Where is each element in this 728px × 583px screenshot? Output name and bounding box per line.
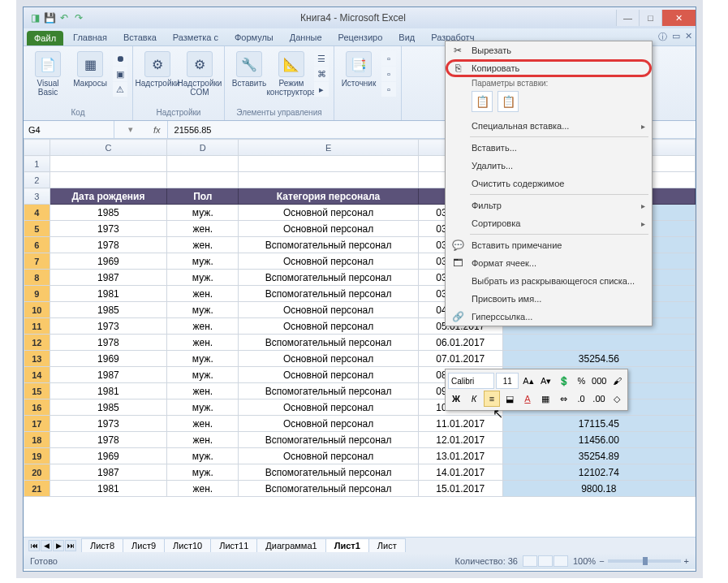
row-header[interactable]: 9: [24, 286, 50, 302]
cell[interactable]: 07.01.2017: [418, 351, 502, 367]
cell-selected[interactable]: 35254.89: [502, 448, 695, 464]
cm-cut[interactable]: ✂Вырезать: [446, 41, 652, 59]
cell[interactable]: 13.01.2017: [418, 448, 502, 464]
cm-paste-special[interactable]: Специальная вставка...: [446, 117, 652, 135]
prev-sheet-icon[interactable]: ◀: [41, 540, 52, 551]
row-header[interactable]: 19: [24, 448, 50, 464]
cell[interactable]: 1978: [50, 237, 167, 253]
center-align-icon[interactable]: ≡: [484, 391, 500, 407]
cell[interactable]: Вспомогательный персонал: [239, 464, 418, 481]
cell[interactable]: муж.: [167, 399, 239, 416]
clear-format-icon[interactable]: ◇: [609, 391, 625, 407]
close-button[interactable]: ✕: [661, 10, 696, 26]
font-color-icon[interactable]: A: [519, 391, 536, 407]
properties-icon[interactable]: ☰: [314, 51, 329, 66]
cell[interactable]: муж.: [167, 464, 239, 481]
row-header[interactable]: 8: [24, 270, 50, 286]
cm-dropdown-pick[interactable]: Выбрать из раскрывающегося списка...: [446, 272, 652, 290]
row-header[interactable]: 12: [24, 335, 50, 351]
zoom-slider[interactable]: [608, 559, 681, 563]
cell[interactable]: жен.: [167, 383, 239, 399]
cell-selected[interactable]: [502, 335, 695, 351]
row-header[interactable]: 3: [24, 188, 50, 205]
macro-security-icon[interactable]: ⚠: [113, 82, 127, 97]
ribbon-help-icon[interactable]: ⓘ: [658, 31, 667, 43]
vb-button[interactable]: 📄Visual Basic: [28, 51, 67, 97]
cell[interactable]: Вспомогательный персонал: [239, 286, 418, 302]
bold-button[interactable]: Ж: [448, 391, 464, 407]
cell[interactable]: 14.01.2017: [418, 464, 502, 481]
xml-refresh-icon[interactable]: ▫: [381, 82, 396, 97]
tab-file[interactable]: Файл: [27, 31, 63, 45]
cell[interactable]: Основной персонал: [239, 351, 418, 367]
cell[interactable]: 1985: [50, 205, 167, 221]
cm-clear[interactable]: Очистить содержимое: [446, 175, 652, 192]
header-cell[interactable]: Пол: [167, 188, 239, 205]
cell[interactable]: муж.: [167, 270, 239, 286]
cell[interactable]: 1987: [50, 464, 167, 481]
cell[interactable]: 12.01.2017: [418, 432, 502, 448]
cell[interactable]: Основной персонал: [239, 448, 418, 464]
design-mode-button[interactable]: 📐Режим конструктора: [272, 51, 311, 97]
sheet-tab[interactable]: Лист: [368, 538, 406, 552]
row-header[interactable]: 11: [24, 318, 50, 335]
row-header[interactable]: 4: [24, 205, 50, 221]
cell-selected[interactable]: 9800.18: [502, 481, 695, 497]
row-header[interactable]: 16: [24, 399, 50, 416]
run-dialog-icon[interactable]: ▸: [314, 82, 329, 97]
tab-review[interactable]: Рецензиро: [330, 29, 391, 45]
cell[interactable]: 06.01.2017: [418, 335, 502, 351]
cell[interactable]: муж.: [167, 302, 239, 318]
last-sheet-icon[interactable]: ⏭: [65, 540, 76, 551]
font-size-select[interactable]: 11: [496, 373, 519, 389]
cell[interactable]: 1985: [50, 399, 167, 416]
fill-color-icon[interactable]: ⬓: [502, 391, 518, 407]
zoom-out-icon[interactable]: −: [599, 556, 604, 566]
view-code-icon[interactable]: ⌘: [314, 67, 329, 81]
grow-font-icon[interactable]: A▴: [520, 373, 536, 389]
cell[interactable]: жен.: [167, 432, 239, 448]
cell[interactable]: 1981: [50, 481, 167, 497]
cell[interactable]: Вспомогательный персонал: [239, 383, 418, 399]
com-addins-button[interactable]: ⚙Надстройки COM: [180, 51, 219, 97]
cell-selected[interactable]: 35254.56: [502, 351, 695, 367]
cell[interactable]: Основной персонал: [239, 205, 418, 221]
col-header[interactable]: D: [167, 140, 239, 156]
row-header[interactable]: 5: [24, 221, 50, 237]
ribbon-close-icon[interactable]: ✕: [685, 31, 692, 43]
record-macro-icon[interactable]: ⏺: [113, 51, 127, 66]
minimize-button[interactable]: —: [616, 10, 639, 26]
name-box[interactable]: G4: [24, 121, 114, 138]
sheet-tab[interactable]: Лист10: [164, 538, 211, 552]
row-header[interactable]: 18: [24, 432, 50, 448]
xml-source-button[interactable]: 📑Источник: [339, 51, 378, 88]
cell[interactable]: 1987: [50, 367, 167, 383]
normal-view-icon[interactable]: [523, 555, 537, 567]
cell[interactable]: муж.: [167, 351, 239, 367]
row-header[interactable]: 20: [24, 464, 50, 481]
header-cell[interactable]: Дата рождения: [50, 188, 167, 205]
cell[interactable]: Вспомогательный персонал: [239, 237, 418, 253]
cell[interactable]: 1978: [50, 335, 167, 351]
cell[interactable]: жен.: [167, 318, 239, 335]
cell[interactable]: жен.: [167, 335, 239, 351]
paste-option-2[interactable]: 📋: [498, 91, 519, 112]
cell[interactable]: муж.: [167, 253, 239, 270]
addins-button[interactable]: ⚙Надстройки: [138, 51, 177, 88]
borders-icon[interactable]: ▦: [537, 391, 554, 407]
cm-insert[interactable]: Вставить...: [446, 139, 652, 157]
zoom-in-icon[interactable]: +: [684, 556, 689, 566]
cell[interactable]: Основной персонал: [239, 221, 418, 237]
cm-define-name[interactable]: Присвоить имя...: [446, 290, 652, 308]
shrink-font-icon[interactable]: A▾: [538, 373, 554, 389]
namebox-dropdown-icon[interactable]: ▾: [114, 124, 147, 135]
row-header[interactable]: 2: [24, 172, 50, 188]
undo-icon[interactable]: ↶: [58, 11, 71, 24]
cell[interactable]: Вспомогательный персонал: [239, 432, 418, 448]
cell[interactable]: Основной персонал: [239, 253, 418, 270]
cell[interactable]: 1973: [50, 221, 167, 237]
cm-hyperlink[interactable]: 🔗Гиперссылка...: [446, 308, 652, 326]
col-header[interactable]: E: [239, 140, 418, 156]
cell[interactable]: Основной персонал: [239, 367, 418, 383]
col-header[interactable]: C: [50, 140, 167, 156]
